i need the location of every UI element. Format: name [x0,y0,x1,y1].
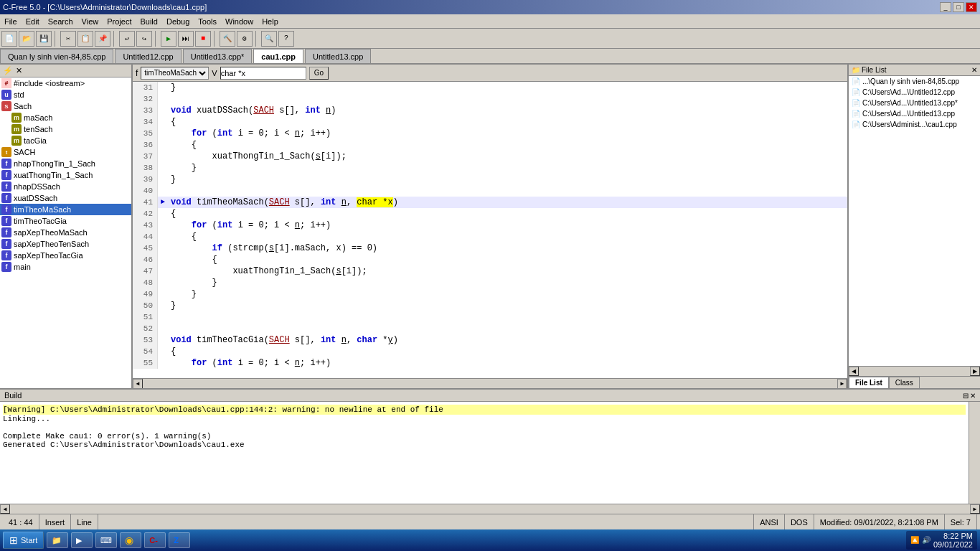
tb-help[interactable]: ? [278,31,294,47]
tree-item-tensach[interactable]: m tenSach [0,123,131,135]
menu-edit[interactable]: Edit [22,16,44,27]
volume-icon: 🔊 [922,536,930,545]
build-scroll-right[interactable]: ▶ [970,504,980,514]
function-dropdown[interactable]: timTheoMaSach [141,67,209,80]
tree-item-sapxeptacgia[interactable]: f sapXepTheoTacGia [0,250,131,261]
tb-save[interactable]: 💾 [36,31,52,47]
tree-item-xuatdssach[interactable]: f xuatDSSach [0,192,131,204]
start-button[interactable]: ⊞ Start [3,532,44,549]
f-icon: f [1,250,11,260]
tb-cut[interactable]: ✂ [60,31,76,47]
tb-copy[interactable]: 📋 [77,31,93,47]
right-panel-scrollbar[interactable]: ◀ ▶ [849,366,980,376]
taskbar-app-keyboard[interactable]: ⌨ [95,532,117,548]
go-button[interactable]: Go [309,67,329,80]
scroll-right[interactable]: ▶ [837,379,847,389]
code-line-41: 41 ► void timTheoMaSach(SACH s[], int n,… [133,197,847,208]
tab-untitled13[interactable]: Untitled13.cpp [305,49,371,63]
tree-item-timtheotacgia[interactable]: f timTheoTacGia [0,215,131,227]
tab-file-list[interactable]: File List [849,377,889,388]
taskbar-app-media[interactable]: ▶ [71,532,93,548]
tree-item-sapxepmasach[interactable]: f sapXepTheoMaSach [0,227,131,238]
tab-untitled13star[interactable]: Untitled13.cpp* [183,49,253,63]
tb-sep2 [113,31,116,47]
taskbar-app-explorer[interactable]: 📁 [47,532,68,548]
taskbar-app-chrome[interactable]: ◉ [120,532,141,548]
tab-untitled12[interactable]: Untitled12.cpp [115,49,181,63]
build-close[interactable]: ✕ [970,392,976,400]
file-item-quanly[interactable]: 📄 ...\Quan ly sinh vien-84,85.cpp [849,76,980,87]
menu-help[interactable]: Help [258,16,283,27]
status-bar: 41 : 44 Insert Line ANSI DOS Modified: 0… [0,514,980,529]
tree-item-nhapthongtin[interactable]: f nhapThongTin_1_Sach [0,158,131,169]
file-name: C:\Users\Ad...\Untitled13.cpp* [862,99,958,107]
code-line-50: 50 } [133,300,847,311]
tree-item-nhapdssach[interactable]: f nhapDSSach [0,181,131,192]
tb-redo[interactable]: ↪ [136,31,152,47]
right-scroll-left[interactable]: ◀ [849,367,859,376]
file-item-untitled13[interactable]: 📄 C:\Users\Ad...\Untitled13.cpp [849,108,980,119]
tree-item-masach[interactable]: m maSach [0,112,131,123]
right-scroll-right[interactable]: ▶ [970,367,980,376]
search-input[interactable] [220,67,306,80]
editor-toolbar: f timTheoMaSach V Go [133,65,847,82]
tb-paste[interactable]: 📌 [95,31,110,47]
status-spacer [98,514,754,529]
tree-item-tacgia[interactable]: m tacGia [0,135,131,146]
tb-sep5 [255,31,258,47]
build-h-scrollbar[interactable]: ◀ ▶ [0,504,980,514]
tree-item-xuatthongtin[interactable]: f xuatThongTin_1_Sach [0,169,131,181]
close-button[interactable]: ✕ [966,2,977,12]
maximize-button[interactable]: □ [953,2,964,12]
build-float[interactable]: ⊟ [963,392,969,400]
menu-tools[interactable]: Tools [194,16,221,27]
tb-search[interactable]: 🔍 [261,31,277,47]
build-scroll-left[interactable]: ◀ [0,504,10,514]
tb-run[interactable]: ▶ [161,31,176,47]
file-item-untitled12[interactable]: 📄 C:\Users\Ad...\Untitled12.cpp [849,87,980,98]
tree-item-sapxeptensach[interactable]: f sapXepTheoTenSach [0,238,131,250]
tree-item-std[interactable]: u std [0,89,131,100]
tree-item-sach[interactable]: S Sach [0,100,131,112]
build-scrollbar[interactable] [969,402,980,504]
editor-h-scrollbar[interactable]: ◀ ▶ [133,378,847,388]
tb-build[interactable]: 🔨 [220,31,235,47]
tree-item-sachtype[interactable]: t SACH [0,146,131,158]
tb-stop[interactable]: ■ [195,31,211,47]
tb-new[interactable]: 📄 [1,31,17,47]
clock-date: 09/01/2022 [933,540,973,549]
tree-item-main[interactable]: f main [0,261,131,273]
file-item-untitled13star[interactable]: 📄 C:\Users\Ad...\Untitled13.cpp* [849,98,980,108]
taskbar-app-cfree[interactable]: C- [144,532,166,548]
build-scroll-track[interactable] [10,504,970,514]
file-panel-close[interactable]: ✕ [971,66,977,74]
title-bar-controls[interactable]: _ □ ✕ [940,2,977,12]
tree-item-timtheomasach[interactable]: f timTheoMaSach [0,204,131,215]
menu-build[interactable]: Build [136,16,161,27]
tab-quanly[interactable]: Quan ly sinh vien-84,85.cpp [0,49,113,63]
scroll-left[interactable]: ◀ [133,379,143,389]
scroll-track[interactable] [143,380,837,387]
tab-class[interactable]: Class [889,377,920,388]
app-title: C-Free 5.0 - [C:\Users\Administrator\Dow… [3,3,207,11]
menu-search[interactable]: Search [44,16,77,27]
right-scroll-track[interactable] [859,367,970,376]
menu-view[interactable]: View [77,16,103,27]
tb-undo[interactable]: ↩ [119,31,135,47]
menu-file[interactable]: File [0,16,22,27]
tb-compile[interactable]: ⚙ [237,31,253,47]
menu-project[interactable]: Project [103,16,136,27]
status-lineending: DOS [785,514,814,529]
tab-cau1[interactable]: cau1.cpp [253,49,303,63]
tb-step[interactable]: ⏭ [178,31,194,47]
symbol-close[interactable]: ✕ [16,66,22,75]
tb-open[interactable]: 📂 [19,31,34,47]
menu-window[interactable]: Window [221,16,258,27]
position-text: 41 : 44 [9,518,33,527]
file-item-cau1[interactable]: 📄 C:\Users\Administ...\cau1.cpp [849,119,980,130]
taskbar-app-zalo[interactable]: Z [169,532,190,548]
menu-debug[interactable]: Debug [162,16,194,27]
code-editor[interactable]: 31 } 32 33 void xuatDSSach(SACH s[], int… [133,82,847,378]
tree-item-include[interactable]: # #include <iostream> [0,77,131,89]
minimize-button[interactable]: _ [940,2,951,12]
